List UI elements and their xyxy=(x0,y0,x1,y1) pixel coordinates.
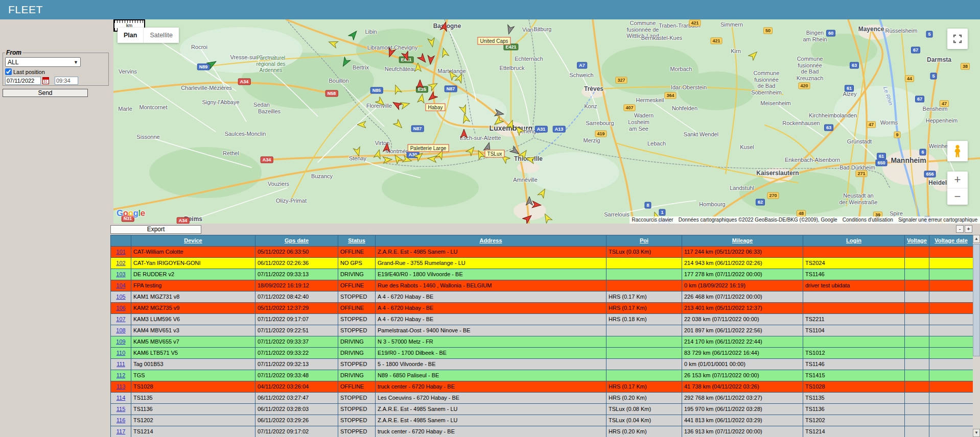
vehicle-marker[interactable] xyxy=(401,51,412,62)
map-town-label: Landstuhl xyxy=(730,185,754,191)
vehicle-marker[interactable] xyxy=(382,154,393,165)
vehicle-marker[interactable] xyxy=(439,21,450,32)
vehicle-marker[interactable] xyxy=(748,50,759,61)
last-position-checkbox[interactable] xyxy=(5,68,12,75)
row-id-link[interactable]: 107 xyxy=(116,316,125,322)
vehicle-marker[interactable] xyxy=(385,47,396,58)
zoom-out-button[interactable]: − xyxy=(947,188,968,205)
map-type-plan-button[interactable]: Plan xyxy=(118,28,143,43)
row-id-link[interactable]: 112 xyxy=(116,372,126,378)
cell-device: Tag 001B53 xyxy=(131,359,255,370)
vehicle-marker[interactable] xyxy=(413,151,425,162)
header-cell[interactable]: Address xyxy=(376,235,606,247)
vehicle-marker[interactable] xyxy=(206,58,218,69)
vehicle-marker[interactable] xyxy=(416,93,427,104)
row-id-link[interactable]: 109 xyxy=(116,338,125,345)
scroll-down-arrow[interactable]: ▼ xyxy=(973,429,980,437)
vehicle-marker[interactable] xyxy=(352,146,363,157)
row-id-link[interactable]: 110 xyxy=(116,350,126,356)
row-id-link[interactable]: 101 xyxy=(116,249,125,255)
vehicle-marker[interactable] xyxy=(439,47,450,58)
vehicle-marker[interactable] xyxy=(412,62,424,73)
row-id-link[interactable]: 102 xyxy=(116,260,125,266)
poi-label[interactable]: Paletterie Large xyxy=(408,144,449,152)
poi-label[interactable]: United Caps xyxy=(477,37,510,45)
row-id-link[interactable]: 114 xyxy=(116,395,126,401)
row-id-link[interactable]: 108 xyxy=(116,327,125,333)
header-cell[interactable]: Status xyxy=(338,235,376,247)
row-id-link[interactable]: 113 xyxy=(116,383,126,390)
header-cell[interactable]: Voltage date xyxy=(929,235,973,247)
table-row: 104FPA testing18/09/2022 16:19:12OFFLINE… xyxy=(111,280,973,292)
vehicle-marker[interactable] xyxy=(493,116,504,127)
table-scrollbar[interactable]: ▲ ▼ xyxy=(973,235,980,437)
cell-status: NO GPS xyxy=(338,258,376,269)
fullscreen-button[interactable] xyxy=(947,29,968,49)
row-id-link[interactable]: 117 xyxy=(116,428,126,434)
map-town-label: Grünstadt xyxy=(847,138,872,145)
vehicle-marker[interactable] xyxy=(328,38,339,49)
row-id-link[interactable]: 111 xyxy=(116,361,125,367)
export-button[interactable]: Export xyxy=(110,225,201,234)
vehicle-marker[interactable] xyxy=(537,187,548,199)
vehicle-marker[interactable] xyxy=(458,128,470,139)
header-cell[interactable]: Voltage xyxy=(905,235,929,247)
map-type-satellite-button[interactable]: Satellite xyxy=(143,28,178,43)
vehicle-marker[interactable] xyxy=(504,24,516,35)
row-id-link[interactable]: 116 xyxy=(116,417,126,423)
row-id-link[interactable]: 103 xyxy=(116,271,125,277)
vehicle-marker[interactable] xyxy=(542,212,553,224)
date-input[interactable] xyxy=(5,77,41,85)
vehicle-marker[interactable] xyxy=(460,113,471,124)
vehicle-marker[interactable] xyxy=(525,154,536,165)
header-cell[interactable]: Poi xyxy=(606,235,682,247)
pegman-control[interactable] xyxy=(947,141,968,161)
vehicle-marker[interactable] xyxy=(393,119,404,130)
attribution-item[interactable]: Conditions d'utilisation xyxy=(840,216,896,224)
vehicle-marker[interactable] xyxy=(348,29,359,40)
vehicle-marker[interactable] xyxy=(514,125,525,136)
shrink-button[interactable]: - xyxy=(956,225,964,233)
vehicle-marker[interactable] xyxy=(402,154,413,165)
row-id-link[interactable]: 106 xyxy=(116,305,125,311)
vehicle-marker[interactable] xyxy=(531,199,542,210)
vehicle-marker[interactable] xyxy=(425,54,436,65)
zoom-in-button[interactable]: + xyxy=(947,172,968,188)
vehicle-marker[interactable] xyxy=(356,119,367,130)
send-button[interactable]: Send xyxy=(3,89,88,97)
poi-label[interactable]: TSLux xyxy=(485,150,505,158)
vehicle-marker[interactable] xyxy=(427,91,438,103)
road-shield: 327 xyxy=(615,77,627,84)
vehicle-marker[interactable] xyxy=(340,57,351,68)
time-input[interactable] xyxy=(55,77,78,85)
cell-voltage xyxy=(905,370,929,381)
header-cell[interactable]: Mileage xyxy=(682,235,803,247)
scroll-up-arrow[interactable]: ▲ xyxy=(973,235,980,243)
vehicle-marker[interactable] xyxy=(454,72,465,84)
vehicle-select[interactable]: ALL ▼ xyxy=(5,57,81,67)
vehicle-marker[interactable] xyxy=(414,79,426,90)
vehicle-marker[interactable] xyxy=(375,96,386,108)
vehicle-marker[interactable] xyxy=(381,142,392,153)
vehicle-marker[interactable] xyxy=(400,99,411,110)
map-canvas[interactable]: HirsonVervinsMarleRocroiVresse-sur-Semoi… xyxy=(113,19,980,224)
attribution-item[interactable]: Signaler une erreur cartographique xyxy=(896,216,980,224)
row-id-link[interactable]: 104 xyxy=(116,282,125,288)
vehicle-marker[interactable] xyxy=(426,37,437,48)
poi-label[interactable]: Habay xyxy=(426,104,446,111)
row-id-link[interactable]: 105 xyxy=(116,294,125,300)
row-id-link[interactable]: 115 xyxy=(116,406,126,412)
vehicle-marker[interactable] xyxy=(428,80,439,91)
header-cell[interactable]: Gps date xyxy=(255,235,338,247)
vehicle-marker[interactable] xyxy=(391,84,403,95)
cell-status: STOPPED xyxy=(338,325,376,336)
attribution-item[interactable]: Raccourcis clavier xyxy=(629,216,676,224)
map-town-label: Libin xyxy=(365,29,377,35)
map-town-label: Darmsta xyxy=(927,57,951,64)
grow-button[interactable]: + xyxy=(965,225,972,233)
header-cell[interactable]: Login xyxy=(803,235,905,247)
scrollbar-thumb[interactable] xyxy=(973,244,980,356)
header-cell[interactable]: Device xyxy=(131,235,255,247)
calendar-icon[interactable] xyxy=(42,77,49,84)
vehicle-marker[interactable] xyxy=(522,213,533,224)
